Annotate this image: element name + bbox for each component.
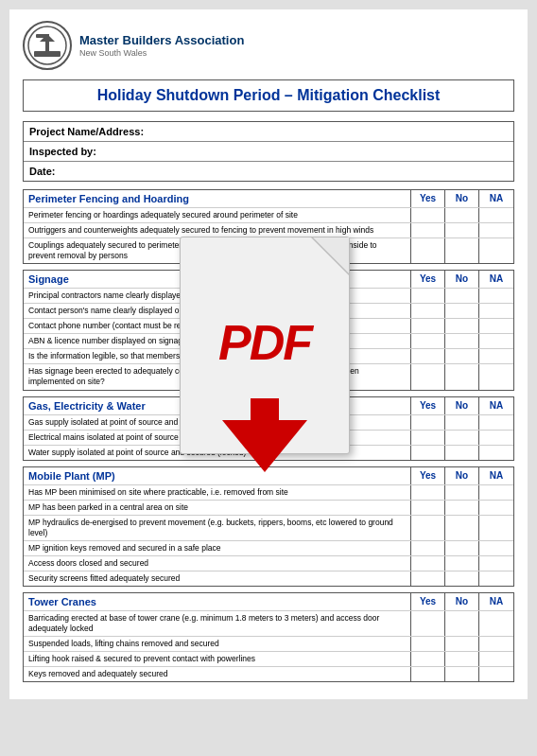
check-no[interactable] xyxy=(445,611,479,636)
check-no[interactable] xyxy=(445,208,479,222)
check-na[interactable] xyxy=(479,485,513,500)
check-na[interactable] xyxy=(479,304,513,318)
check-na[interactable] xyxy=(479,289,513,303)
table-row: Access doors closed and secured xyxy=(24,555,513,571)
table-row: Contact phone number (contact must be re… xyxy=(24,318,513,333)
check-na[interactable] xyxy=(479,652,513,666)
check-yes[interactable] xyxy=(411,208,445,222)
check-no[interactable] xyxy=(445,501,479,515)
check-no[interactable] xyxy=(445,516,479,540)
section-title-4: Tower Cranes xyxy=(24,593,411,610)
check-no[interactable] xyxy=(445,431,479,445)
item-text: Barricading erected at base of tower cra… xyxy=(24,611,411,636)
col-header-no: No xyxy=(445,467,479,484)
check-na[interactable] xyxy=(479,556,513,571)
section-header-0: Perimeter Fencing and HoardingYesNoNA xyxy=(24,190,513,207)
section-4: Tower CranesYesNoNABarricading erected a… xyxy=(23,592,514,682)
check-yes[interactable] xyxy=(411,364,445,389)
check-no[interactable] xyxy=(445,541,479,555)
check-no[interactable] xyxy=(445,238,479,263)
check-yes[interactable] xyxy=(411,667,445,681)
check-yes[interactable] xyxy=(411,446,445,460)
item-text: Outriggers and counterweights adequately… xyxy=(24,223,411,237)
header: Master Builders Association New South Wa… xyxy=(23,21,514,70)
check-na[interactable] xyxy=(479,446,513,460)
check-yes[interactable] xyxy=(411,571,445,586)
page-title-box: Holiday Shutdown Period – Mitigation Che… xyxy=(23,79,514,112)
check-no[interactable] xyxy=(445,289,479,303)
table-row: Has MP been minimised on site where prac… xyxy=(24,484,513,500)
section-0: Perimeter Fencing and HoardingYesNoNAPer… xyxy=(23,189,514,264)
check-yes[interactable] xyxy=(411,516,445,540)
section-1: SignageYesNoNAPrincipal contractors name… xyxy=(23,270,514,390)
logo-area: Master Builders Association New South Wa… xyxy=(23,21,244,70)
check-yes[interactable] xyxy=(411,485,445,500)
check-no[interactable] xyxy=(445,334,479,348)
table-row: Electrical mains isolated at point of so… xyxy=(24,430,513,445)
check-yes[interactable] xyxy=(411,556,445,571)
org-sub: New South Wales xyxy=(79,48,244,58)
check-yes[interactable] xyxy=(411,501,445,515)
check-yes[interactable] xyxy=(411,415,445,430)
check-na[interactable] xyxy=(479,571,513,586)
check-no[interactable] xyxy=(445,556,479,571)
check-yes[interactable] xyxy=(411,304,445,318)
check-no[interactable] xyxy=(445,667,479,681)
section-title-3: Mobile Plant (MP) xyxy=(24,467,411,484)
item-text: Access doors closed and secured xyxy=(24,556,411,571)
check-na[interactable] xyxy=(479,541,513,555)
check-na[interactable] xyxy=(479,223,513,237)
col-header-na: NA xyxy=(479,593,513,610)
check-na[interactable] xyxy=(479,208,513,222)
table-row: Contact person's name clearly displayed … xyxy=(24,303,513,318)
check-na[interactable] xyxy=(479,415,513,430)
check-na[interactable] xyxy=(479,431,513,445)
project-name-label: Project Name/Address: xyxy=(29,126,144,137)
check-no[interactable] xyxy=(445,652,479,666)
check-no[interactable] xyxy=(445,637,479,651)
col-header-yes: Yes xyxy=(411,467,445,484)
section-header-4: Tower CranesYesNoNA xyxy=(24,593,513,610)
check-yes[interactable] xyxy=(411,319,445,333)
check-na[interactable] xyxy=(479,611,513,636)
check-na[interactable] xyxy=(479,516,513,540)
check-na[interactable] xyxy=(479,364,513,389)
table-row: Principal contractors name clearly displ… xyxy=(24,288,513,303)
check-no[interactable] xyxy=(445,485,479,500)
section-title-0: Perimeter Fencing and Hoarding xyxy=(24,190,411,207)
check-no[interactable] xyxy=(445,364,479,389)
item-text: Is the information legible, so that memb… xyxy=(24,349,411,363)
col-header-na: NA xyxy=(479,467,513,484)
info-section: Project Name/Address: Inspected by: Date… xyxy=(23,121,514,182)
check-no[interactable] xyxy=(445,319,479,333)
check-na[interactable] xyxy=(479,349,513,363)
check-yes[interactable] xyxy=(411,652,445,666)
check-na[interactable] xyxy=(479,637,513,651)
check-yes[interactable] xyxy=(411,223,445,237)
table-row: Gas supply isolated at point of source a… xyxy=(24,414,513,430)
check-yes[interactable] xyxy=(411,289,445,303)
check-yes[interactable] xyxy=(411,637,445,651)
check-no[interactable] xyxy=(445,349,479,363)
table-row: Outriggers and counterweights adequately… xyxy=(24,222,513,237)
check-yes[interactable] xyxy=(411,238,445,263)
check-na[interactable] xyxy=(479,667,513,681)
check-no[interactable] xyxy=(445,571,479,586)
check-yes[interactable] xyxy=(411,541,445,555)
check-no[interactable] xyxy=(445,223,479,237)
col-header-yes: Yes xyxy=(411,271,445,288)
check-no[interactable] xyxy=(445,415,479,430)
check-na[interactable] xyxy=(479,319,513,333)
col-header-yes: Yes xyxy=(411,397,445,414)
check-na[interactable] xyxy=(479,501,513,515)
check-no[interactable] xyxy=(445,446,479,460)
check-yes[interactable] xyxy=(411,334,445,348)
check-yes[interactable] xyxy=(411,431,445,445)
check-na[interactable] xyxy=(479,238,513,263)
check-yes[interactable] xyxy=(411,611,445,636)
check-yes[interactable] xyxy=(411,349,445,363)
date-row: Date: xyxy=(24,162,513,181)
check-no[interactable] xyxy=(445,304,479,318)
check-na[interactable] xyxy=(479,334,513,348)
table-row: MP hydraulics de-energised to prevent mo… xyxy=(24,515,513,540)
